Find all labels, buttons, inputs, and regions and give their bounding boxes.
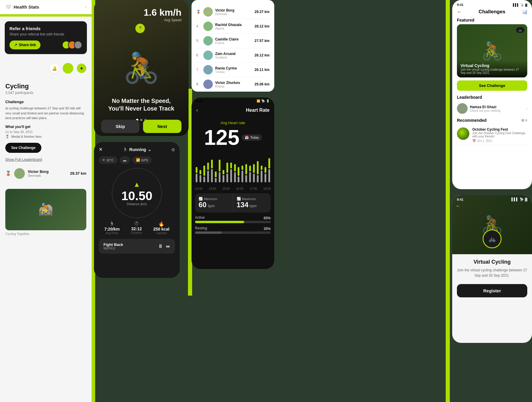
maximum-unit: bpm <box>250 204 257 208</box>
lb-name-0: Victor Borg <box>215 8 234 12</box>
bar-white <box>223 175 224 182</box>
bell-icon[interactable]: 🔔 <box>50 64 59 73</box>
min-max-row: 📈 Minimum 60 bpm 📈 Maximum 134 bpm <box>195 193 271 213</box>
bar-white <box>249 172 251 182</box>
challenges-title: Challenges <box>479 9 505 15</box>
heart-rate-panel: 9:41 📶 📡 🔋 ‹ Heart Rate Avg Heart rate 1… <box>192 98 274 269</box>
cdp-signal-icon: ▌▌▌ <box>512 197 518 201</box>
cdp-time: 9:41 <box>457 198 463 201</box>
next-button[interactable]: Next <box>143 120 181 133</box>
bar-green <box>200 170 201 174</box>
lb-name-4: Rania Cyrine <box>215 66 237 70</box>
challenge-label: Challenge <box>5 100 86 104</box>
see-challenge-green-button[interactable]: See Challenge <box>457 80 527 91</box>
chart-bar <box>268 158 271 182</box>
time-label-1600: 16:00 <box>236 187 244 190</box>
time-label-1700: 17:00 <box>250 187 257 190</box>
cycling-detail-image: 9:41 ▌▌▌ 📡 ▓ ← 🚴 🚲 <box>452 195 532 254</box>
rec-title: Recommended <box>457 118 486 123</box>
heart-chart <box>192 153 274 182</box>
lb-rank-3: 6 <box>196 53 201 57</box>
lb-name-5: Victor Zhurkov <box>215 81 240 85</box>
lb-rank-2: 5 <box>196 39 201 43</box>
register-button[interactable]: Register <box>457 284 527 297</box>
signal-icon: 📶 <box>257 99 260 103</box>
running-phone: ✕ 🏃 Running ⌄ ⊙ ☀ 32°C ▬ 📶 GPS ▲ 10.50 D… <box>94 142 180 278</box>
pause-button[interactable]: ⏸ <box>158 243 163 249</box>
chart-bar <box>241 166 244 182</box>
lb-chevron-icon[interactable]: › <box>526 106 527 111</box>
lb-name-1: Rachid Ghazala <box>215 23 241 27</box>
lb-info-3: Zain Arcand Scotland <box>215 52 236 59</box>
chart-bar <box>237 167 240 182</box>
active-row: Active 65% <box>195 215 271 223</box>
running-icon: 🏃 <box>123 147 128 152</box>
heart-back-button[interactable]: ‹ <box>196 108 198 113</box>
leaderboard-row-2: 5 Camille Claire France 27.57 km <box>196 34 270 48</box>
left-panel: 🤍 Health Stats › Refer a friends Share y… <box>0 0 92 402</box>
chart-bar <box>233 164 236 182</box>
chart-bar <box>249 166 252 182</box>
bar-green <box>226 163 228 173</box>
avatars-group <box>62 41 82 49</box>
cdp-back-button[interactable]: ← <box>456 203 460 209</box>
medal-text: Medal & finisher item <box>11 135 42 138</box>
lb-country-1: Algeria <box>215 27 241 30</box>
lb-dist-2: 27.57 km <box>254 39 270 43</box>
time-label-1300: 13:00 <box>195 187 202 190</box>
chart-bar <box>207 163 210 182</box>
lb-avatar-5 <box>203 80 213 89</box>
lb-dist-0: 29.37 km <box>254 10 270 14</box>
skip-button[interactable]: Skip <box>101 120 140 133</box>
lb-avatar-victor <box>14 168 25 179</box>
bar-green <box>238 167 239 176</box>
chart-bar <box>264 167 267 182</box>
lb-distance: 29.37 km <box>70 171 86 176</box>
rec-view-icons[interactable]: ⊞ ≡ <box>521 118 527 122</box>
bar-white <box>265 174 266 182</box>
bpm-row: 125 📅 Today <box>192 127 274 148</box>
chart-bar <box>203 166 206 182</box>
show-leaderboard-link[interactable]: Show Full Leaderboard <box>5 158 86 162</box>
cdp-desc: Join the virtual cycling challenge betwe… <box>457 268 527 278</box>
leaderboard-panel: 🥉 Victor Borg Denmark 29.37 km 4 Rachid … <box>192 0 274 92</box>
music-info: Fight Back NEFFEX <box>103 242 123 250</box>
add-button[interactable]: + <box>77 64 86 73</box>
lb-name-2: Camille Claire <box>215 37 239 41</box>
running-stats-row: ☀ 32°C ▬ 📶 GPS <box>99 156 175 164</box>
chart-bar <box>195 167 198 182</box>
resting-row: Resting 35% <box>195 226 271 234</box>
avg-pace-metric: 🏃 7:20/km Avg Pace <box>104 221 120 235</box>
minimum-unit: bpm <box>208 204 215 208</box>
cycling-together-label: Cycling Together <box>5 232 86 236</box>
share-link-button[interactable]: ↗ Share link <box>9 40 40 49</box>
vc-desc: Join the virtual cycling challenge betwe… <box>460 68 524 74</box>
bar-white <box>268 169 270 182</box>
running-metrics: 🏃 7:20/km Avg Pace ⏱ 32:12 Duration 🔥 25… <box>99 221 175 235</box>
see-challenge-button[interactable]: See Challenge <box>5 143 41 153</box>
bar-chart-icon[interactable]: 📊 <box>522 9 527 14</box>
next-track-button[interactable]: ⏭ <box>166 244 170 249</box>
location-icon[interactable]: ⊙ <box>171 147 175 152</box>
close-button[interactable]: ✕ <box>99 147 103 152</box>
chart-bar <box>218 160 221 182</box>
left-actions: 🔔 + <box>0 59 92 78</box>
challenges-status-bar: 9:41 ▌▌▌ 📡 ▓ <box>452 0 532 7</box>
chevron-down-icon: ⌄ <box>148 147 151 152</box>
medal-icon: 🏅 <box>5 135 9 139</box>
distance-value: 10.50 <box>121 190 152 202</box>
bar-white <box>261 171 262 182</box>
health-stats-chevron[interactable]: › <box>85 5 86 9</box>
activity-selector[interactable]: 🏃 Running ⌄ <box>123 147 152 152</box>
wifi-icon: 📡 <box>520 3 524 7</box>
lb-rank-4: 7 <box>196 68 201 72</box>
challenges-back-button[interactable]: ← <box>457 9 462 14</box>
lb-country-0: Denmark <box>215 12 234 16</box>
lb-country: Denmark <box>28 174 49 177</box>
active-label: Active <box>195 215 205 220</box>
user-avatar[interactable] <box>63 63 73 74</box>
lb-person-row: Hamza El Ghazi Check out your ranking › <box>457 101 527 116</box>
min-icon: 📈 <box>199 197 203 201</box>
chart-bar <box>256 161 259 182</box>
vc-title: Virtual Cycling <box>460 63 524 68</box>
